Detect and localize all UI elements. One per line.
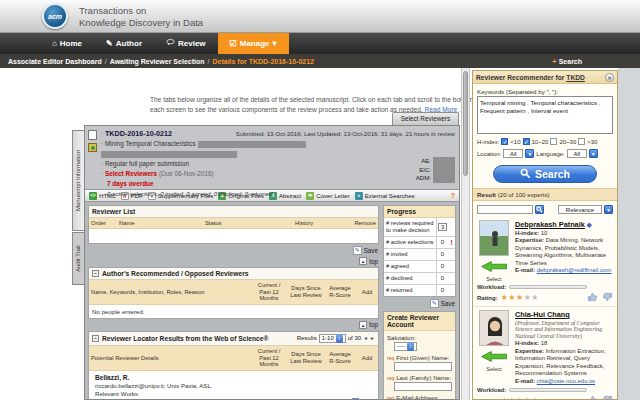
collapse-icon[interactable]: − xyxy=(92,270,99,277)
reviewer-list-empty-row xyxy=(89,229,378,243)
breadcrumb-dashboard[interactable]: Associate Editor Dashboard xyxy=(8,58,102,65)
nav-review[interactable]: Review xyxy=(154,33,218,54)
col-name: Name xyxy=(117,218,203,228)
hindex-20-30-checkbox[interactable] xyxy=(550,138,557,145)
col-remove: Remove xyxy=(342,218,378,228)
language-dropdown-icon[interactable]: ▼ xyxy=(589,149,598,158)
star-rating[interactable]: ★★★★★ xyxy=(501,396,539,400)
scrollbar-thumb[interactable] xyxy=(463,71,468,176)
results-of-label: of 30 xyxy=(348,335,361,341)
email-link[interactable]: debprakash@rediffmail.com xyxy=(537,267,612,273)
top-arrow-icon: ▲ xyxy=(359,257,367,265)
author-recommended-top-link[interactable]: ▲ top xyxy=(89,321,378,329)
location-label: Location: xyxy=(477,151,501,157)
workload-bar xyxy=(509,285,587,289)
author-recommended-title: Author's Recommended / Opposed Reviewers xyxy=(102,270,249,277)
last-name-field[interactable] xyxy=(394,382,452,391)
redacted-text xyxy=(198,141,306,148)
expert-card: Select Chia-Hui Chang (Professor, Depart… xyxy=(473,306,617,400)
select-label: Select xyxy=(477,276,511,282)
overdue-label: 7 days overdue xyxy=(107,180,154,187)
col-status: Status xyxy=(203,218,293,228)
home-icon: ⌂ xyxy=(52,39,57,48)
breadcrumb-awaiting-selection[interactable]: Awaiting Reviewer Selection xyxy=(110,58,205,65)
progress-row-label: # reviews required to make decision xyxy=(384,218,436,236)
result-search-button[interactable] xyxy=(535,205,544,214)
progress-title: Progress xyxy=(384,206,455,218)
thumbs-down-icon[interactable] xyxy=(602,395,613,400)
acm-logo: acm xyxy=(42,3,68,29)
reviewer-locator-title: Reviewer Locator Results from the Web of… xyxy=(102,335,268,342)
nav-author[interactable]: ✎ Author xyxy=(94,33,154,54)
thumbs-down-icon[interactable] xyxy=(602,292,613,303)
workload-label: Workload: xyxy=(477,284,506,290)
header-search-link[interactable]: + Search xyxy=(552,54,582,68)
first-name-field[interactable] xyxy=(394,362,452,371)
adm-label: ADM: xyxy=(416,174,431,183)
hindex-gt30-checkbox[interactable] xyxy=(578,138,585,145)
result-filter-input[interactable] xyxy=(477,205,533,214)
location-select[interactable]: All xyxy=(503,149,523,158)
star-rating[interactable]: ★★★★★ xyxy=(501,293,539,302)
sort-select[interactable]: Relevance xyxy=(558,205,602,214)
html-icon: <> xyxy=(89,192,97,200)
progress-save[interactable]: ✎ Save xyxy=(384,299,455,308)
hindex-lt10-checkbox[interactable] xyxy=(501,138,508,145)
thumbs-up-icon[interactable] xyxy=(587,292,598,303)
location-dropdown-icon[interactable]: ▼ xyxy=(525,149,534,158)
reviewer-locator-panel: − Reviewer Locator Results from the Web … xyxy=(88,331,379,400)
app-header: acm Transactions on Knowledge Discovery … xyxy=(0,0,640,33)
top-arrow-icon: ▲ xyxy=(359,321,367,329)
required-marker: req xyxy=(387,395,394,400)
results-label: Results xyxy=(297,335,317,341)
reviewer-recommender-panel: Reviewer Recommender for TKDD ✕ Keywords… xyxy=(472,70,618,400)
reviewer-photo xyxy=(479,220,509,256)
ae-label: AE: xyxy=(416,157,431,166)
save-label: Save xyxy=(364,247,378,254)
reviews-required-input[interactable]: 3 xyxy=(438,223,447,231)
recommender-title: Reviewer Recommender for xyxy=(476,74,564,81)
collapse-icon[interactable]: − xyxy=(92,335,99,342)
reviewer-name-link[interactable]: Debprakash Patnaik xyxy=(515,220,585,229)
create-account-title: Create Reviewer Account xyxy=(384,312,455,331)
progress-row: # returned 0 xyxy=(384,285,455,296)
reviewer-list-top-link[interactable]: ▲ top xyxy=(89,257,378,265)
col-add: Add xyxy=(356,287,378,298)
hindex-10-20-checkbox[interactable] xyxy=(523,138,530,145)
recommender-journal-link[interactable]: TKDD xyxy=(566,74,585,81)
hindex-value: 18 xyxy=(541,340,548,346)
tab-select-reviewers[interactable]: Select Reviewers xyxy=(392,112,459,125)
close-icon[interactable]: ✕ xyxy=(605,73,614,82)
next-page-icon[interactable]: ► xyxy=(370,335,375,341)
archive-icon xyxy=(88,143,97,152)
thumbs-up-icon[interactable] xyxy=(587,395,598,400)
select-reviewer-arrow-button[interactable] xyxy=(477,348,511,366)
progress-row-label: # declined xyxy=(384,273,436,284)
results-range-select[interactable]: 1-10↕ xyxy=(319,334,346,343)
chevron-down-icon: ▾ xyxy=(273,39,277,48)
selection-counts: 0 active selections; 0 invited; 0 agreed… xyxy=(107,190,273,197)
sort-dropdown-icon[interactable]: ▼ xyxy=(604,205,613,214)
col-potential-reviewer: Potential Reviewer Details xyxy=(89,353,250,363)
prev-page-icon[interactable]: ◄ xyxy=(363,335,368,341)
col-avg-rscore: Average R-Score xyxy=(324,349,356,366)
result-header: Result (20 of 100 experts) xyxy=(473,188,617,201)
potential-reviewer-name[interactable]: Bellazzi, R. xyxy=(95,374,375,381)
nav-home[interactable]: ⌂ Home xyxy=(40,33,94,54)
keywords-textarea[interactable]: Temporal mining , Temporal characteristi… xyxy=(477,96,613,134)
reviewer-list-save[interactable]: ✎ Save xyxy=(89,246,378,255)
email-link[interactable]: chia@csie.ncu.edu.tw xyxy=(537,378,595,384)
salutation-label: Salutation: xyxy=(387,334,452,341)
author-icon: ✎ xyxy=(106,39,113,48)
workload-bar xyxy=(509,388,587,392)
reviewer-list-panel: Reviewer List Order Name Status History … xyxy=(88,205,379,244)
select-reviewer-arrow-button[interactable] xyxy=(477,258,511,276)
salutation-select[interactable]: ----↕ xyxy=(394,342,417,351)
breadcrumb: Associate Editor Dashboard / Awaiting Re… xyxy=(0,54,640,68)
language-select[interactable]: All xyxy=(567,149,587,158)
reviewer-name-link[interactable]: Chia-Hui Chang xyxy=(515,310,570,319)
progress-row-value: 0 xyxy=(436,237,448,248)
recommender-search-button[interactable]: Search xyxy=(493,165,597,183)
language-label: Language: xyxy=(536,151,564,157)
nav-manage[interactable]: ☑ Manage ▾ xyxy=(218,33,289,54)
